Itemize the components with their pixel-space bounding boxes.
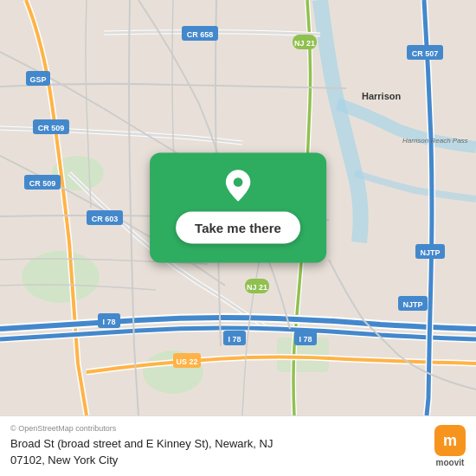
location-line2: 07102, New York City xyxy=(10,453,118,466)
attribution-text: © OpenStreetMap contributors xyxy=(10,424,116,433)
svg-text:CR 509: CR 509 xyxy=(38,124,65,132)
location-description: Broad St (broad street and E Kinney St),… xyxy=(10,436,426,467)
moovit-icon-letter: m xyxy=(443,432,457,450)
svg-text:I 78: I 78 xyxy=(228,335,241,344)
svg-text:CR 658: CR 658 xyxy=(187,30,214,39)
map-overlay: Take me there xyxy=(150,153,326,263)
svg-text:US 22: US 22 xyxy=(176,357,197,366)
svg-text:I 78: I 78 xyxy=(299,335,312,344)
map-attribution: © OpenStreetMap contributors xyxy=(10,424,426,433)
location-pin-icon xyxy=(221,169,255,203)
svg-text:NJTP: NJTP xyxy=(402,300,422,309)
bottom-info: © OpenStreetMap contributors Broad St (b… xyxy=(10,424,426,467)
svg-text:NJ 21: NJ 21 xyxy=(294,39,315,48)
map-container: CR 658 NJ 21 CR 507 GSP CR 509 CR 509 Ha… xyxy=(0,0,476,415)
svg-text:CR 509: CR 509 xyxy=(29,179,56,188)
svg-point-37 xyxy=(234,177,243,187)
svg-text:Harrison: Harrison xyxy=(362,91,402,101)
location-line1: Broad St (broad street and E Kinney St),… xyxy=(10,437,273,450)
moovit-logo: m moovit xyxy=(434,425,466,467)
svg-text:I 78: I 78 xyxy=(102,318,115,326)
svg-text:NJ 21: NJ 21 xyxy=(247,283,267,292)
moovit-label: moovit xyxy=(436,458,465,467)
svg-text:CR 507: CR 507 xyxy=(412,49,439,58)
svg-text:CR 603: CR 603 xyxy=(92,215,119,223)
svg-text:Harrison Reach Pass: Harrison Reach Pass xyxy=(402,137,468,145)
moovit-icon: m xyxy=(434,425,466,456)
take-me-there-button[interactable]: Take me there xyxy=(176,212,300,244)
svg-text:NJTP: NJTP xyxy=(420,248,440,257)
svg-text:GSP: GSP xyxy=(29,75,46,84)
action-card: Take me there xyxy=(150,153,326,263)
bottom-bar: © OpenStreetMap contributors Broad St (b… xyxy=(0,415,476,476)
